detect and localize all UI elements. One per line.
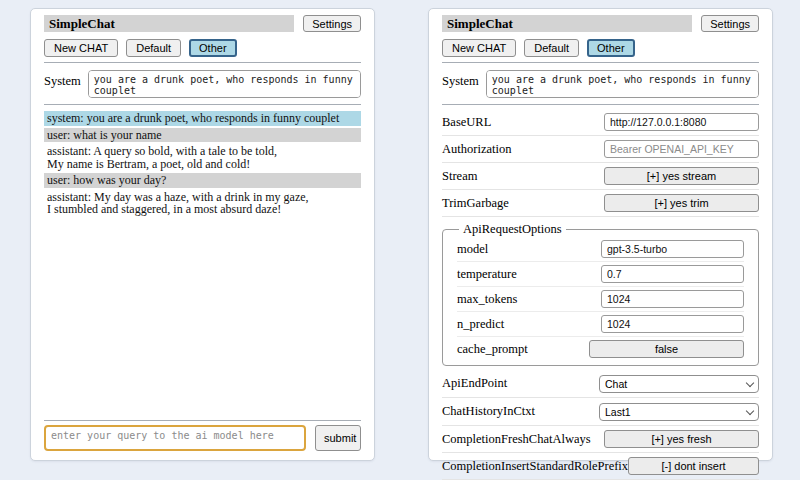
n-predict-input[interactable] [601, 315, 744, 333]
session-button-default[interactable]: Default [524, 39, 579, 57]
setting-label: ChatHistoryInCtxt [442, 404, 535, 419]
setting-row-trimgarbage: TrimGarbage [+] yes trim [442, 190, 759, 217]
setting-row-apiendpoint: ApiEndPoint Chat [442, 370, 759, 398]
divider [44, 420, 361, 421]
trimgarbage-toggle-button[interactable]: [+] yes trim [604, 194, 759, 212]
setting-row-max-tokens: max_tokens [457, 287, 744, 312]
temperature-input[interactable] [601, 265, 744, 283]
setting-label: model [457, 242, 488, 257]
session-buttons-row: New CHAT Default Other [442, 39, 759, 57]
apiendpoint-select[interactable]: Chat [599, 375, 759, 393]
query-block: submit [44, 415, 361, 451]
divider [44, 104, 361, 105]
setting-label: ApiEndPoint [442, 376, 507, 391]
chat-message-system: system: you are a drunk poet, who respon… [44, 111, 361, 126]
system-label: System [44, 70, 81, 89]
model-input[interactable] [601, 240, 744, 258]
query-input[interactable] [44, 425, 306, 451]
setting-row-chathistoryinctxt: ChatHistoryInCtxt Last1 [442, 398, 759, 426]
chat-message-list: system: you are a drunk poet, who respon… [44, 111, 361, 219]
setting-label: Authorization [442, 142, 511, 157]
chat-message-assistant: assistant: A query so bold, with a tale … [44, 144, 361, 171]
max-tokens-input[interactable] [601, 290, 744, 308]
setting-label: cache_prompt [457, 342, 528, 357]
setting-label: Stream [442, 169, 477, 184]
chat-message-user: user: what is your name [44, 128, 361, 143]
chat-message-assistant: assistant: My day was a haze, with a dri… [44, 190, 361, 217]
completion-fresh-toggle-button[interactable]: [+] yes fresh [604, 430, 759, 448]
chat-panel: SimpleChat Settings New CHAT Default Oth… [30, 8, 375, 461]
divider [442, 104, 759, 105]
setting-row-n-predict: n_predict [457, 312, 744, 337]
new-chat-button[interactable]: New CHAT [442, 39, 516, 57]
new-chat-button[interactable]: New CHAT [44, 39, 118, 57]
chat-message-user: user: how was your day? [44, 173, 361, 188]
titlebar-row: SimpleChat Settings [442, 15, 759, 32]
system-prompt-row: System you are a drunk poet, who respond… [44, 70, 361, 98]
setting-label: n_predict [457, 317, 504, 332]
setting-label: CompletionInsertStandardRolePrefix [442, 459, 628, 474]
setting-row-cache-prompt: cache_prompt false [457, 337, 744, 361]
settings-button[interactable]: Settings [701, 15, 759, 32]
session-buttons-row: New CHAT Default Other [44, 39, 361, 57]
query-row: submit [44, 425, 361, 451]
submit-button[interactable]: submit [315, 425, 361, 451]
setting-label: max_tokens [457, 292, 517, 307]
setting-row-temperature: temperature [457, 262, 744, 287]
system-prompt-input[interactable]: you are a drunk poet, who responds in fu… [486, 70, 759, 98]
authorization-input[interactable] [604, 140, 759, 158]
divider [44, 62, 361, 63]
system-prompt-input[interactable]: you are a drunk poet, who responds in fu… [88, 70, 361, 98]
fieldset-legend: ApiRequestOptions [459, 222, 566, 237]
setting-row-baseurl: BaseURL [442, 109, 759, 136]
system-label: System [442, 70, 479, 89]
api-request-options-fieldset: ApiRequestOptions model temperature max_… [442, 222, 759, 366]
chathistoryinctxt-select[interactable]: Last1 [599, 403, 759, 421]
titlebar-row: SimpleChat Settings [44, 15, 361, 32]
system-prompt-row: System you are a drunk poet, who respond… [442, 70, 759, 98]
setting-row-completionfreshchatalways: CompletionFreshChatAlways [+] yes fresh [442, 426, 759, 453]
setting-row-stream: Stream [+] yes stream [442, 163, 759, 190]
divider [442, 62, 759, 63]
setting-label: BaseURL [442, 115, 491, 130]
setting-label: temperature [457, 267, 517, 282]
setting-label: TrimGarbage [442, 196, 509, 211]
select-wrapper: Last1 [599, 402, 759, 421]
app-title: SimpleChat [44, 15, 294, 32]
session-button-other[interactable]: Other [189, 39, 237, 57]
setting-row-completioninsertstandardroleprefix: CompletionInsertStandardRolePrefix [-] d… [442, 453, 759, 480]
stream-toggle-button[interactable]: [+] yes stream [604, 167, 759, 185]
select-wrapper: Chat [599, 374, 759, 393]
settings-panel: SimpleChat Settings New CHAT Default Oth… [428, 8, 773, 461]
settings-button[interactable]: Settings [303, 15, 361, 32]
setting-row-authorization: Authorization [442, 136, 759, 163]
session-button-default[interactable]: Default [126, 39, 181, 57]
cache-prompt-toggle-button[interactable]: false [589, 340, 744, 358]
baseurl-input[interactable] [604, 113, 759, 131]
app-title: SimpleChat [442, 15, 692, 32]
completion-insert-toggle-button[interactable]: [-] dont insert [628, 457, 759, 475]
setting-row-model: model [457, 237, 744, 262]
session-button-other[interactable]: Other [587, 39, 635, 57]
setting-label: CompletionFreshChatAlways [442, 432, 591, 447]
